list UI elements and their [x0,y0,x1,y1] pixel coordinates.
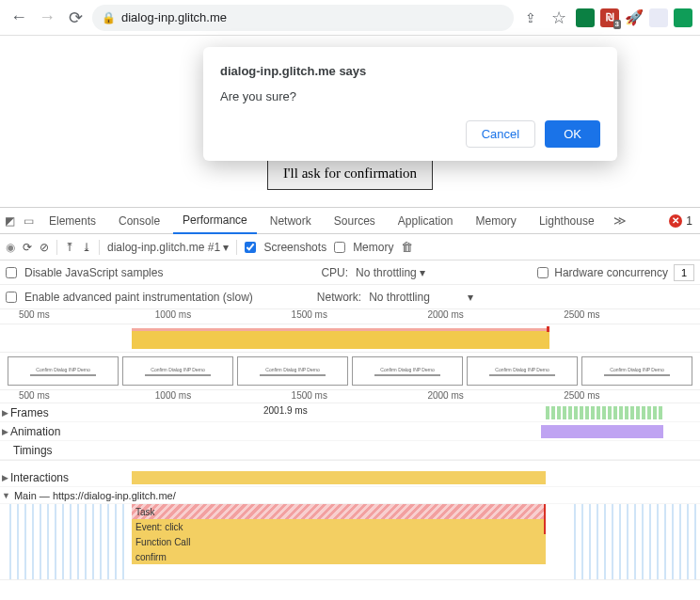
extension-icon-5[interactable] [674,8,692,27]
perf-toolbar: ◉ ⟳ ⊘ ⤒ ⤓ dialog-inp.glitch.me #1 ▾ Scre… [0,234,700,261]
upload-icon[interactable]: ⤒ [65,241,74,254]
error-icon: ✕ [669,214,682,228]
disable-js-checkbox[interactable] [6,267,17,278]
tab-network[interactable]: Network [261,208,321,234]
hw-concurrency-checkbox[interactable] [537,267,549,278]
dialog-actions: Cancel OK [220,120,600,148]
dialog-title: dialog-inp.glitch.me says [220,64,600,78]
network-throttle-select[interactable]: No throttling▾ [369,291,482,304]
paint-checkbox[interactable] [6,292,17,303]
address-bar[interactable]: 🔒 dialog-inp.glitch.me [92,5,514,31]
overview-timeline[interactable] [0,324,700,353]
track-ruler[interactable]: 500 ms 1000 ms 1500 ms 2000 ms 2500 ms [0,390,700,403]
flame-chart[interactable]: Task Event: click Function Call confirm [0,504,700,579]
back-button[interactable]: ← [8,7,30,29]
track-list-2: ▶Interactions ▼ Main — https://dialog-in… [0,468,700,580]
filmstrip[interactable]: Confirm Dialog INP Demo Confirm Dialog I… [0,353,700,390]
frame-duration: 2001.9 ms [263,405,308,416]
animation-track[interactable]: ▶Animation [0,422,700,441]
hw-concurrency-label: Hardware concurrency [554,266,668,279]
frames-track[interactable]: ▶Frames 2001.9 ms [0,403,700,422]
gc-icon[interactable]: 🗑 [401,240,413,254]
tab-sources[interactable]: Sources [325,208,385,234]
recording-select[interactable]: dialog-inp.glitch.me #1 ▾ [107,241,229,254]
page-viewport: I'll ask for confirmation dialog-inp.gli… [0,36,700,207]
clear-button[interactable]: ⊘ [40,241,49,254]
tab-lighthouse[interactable]: Lighthouse [530,208,604,234]
dialog-message: Are you sure? [220,89,600,103]
filmstrip-frame[interactable]: Confirm Dialog INP Demo [467,356,578,386]
tab-console[interactable]: Console [109,208,169,234]
ok-button[interactable]: OK [545,120,600,148]
chevron-right-icon: ▶ [2,427,8,436]
reload-record-button[interactable]: ⟳ [23,241,32,254]
cancel-button[interactable]: Cancel [466,120,535,148]
confirmation-button[interactable]: I'll ask for confirmation [267,157,433,190]
perf-settings-row-1: Disable JavaScript samples CPU: No throt… [0,261,700,285]
perf-settings-row-2: Enable advanced paint instrumentation (s… [0,285,700,309]
filmstrip-frame[interactable]: Confirm Dialog INP Demo [581,356,692,386]
error-count: 1 [686,214,692,228]
ublock-icon[interactable]: ₪3 [600,8,619,27]
cpu-throttle-select[interactable]: No throttling ▾ [356,266,425,279]
cpu-label: CPU: [321,266,348,279]
forward-button[interactable]: → [36,7,58,29]
disable-js-label: Disable JavaScript samples [24,266,163,279]
main-thread-label: Main — https://dialog-inp.glitch.me/ [14,490,176,501]
extension-icon-rocket[interactable]: 🚀 [625,8,644,27]
timings-track[interactable]: Timings [0,441,700,460]
filmstrip-frame[interactable]: Confirm Dialog INP Demo [8,356,119,386]
download-icon[interactable]: ⤓ [82,241,91,254]
chevron-right-icon: ▶ [2,473,8,482]
interactions-track[interactable]: ▶Interactions [0,468,700,487]
inspect-icon[interactable]: ◩ [2,214,17,228]
more-tabs-icon[interactable]: ≫ [608,213,632,228]
screenshots-label: Screenshots [263,241,326,254]
record-button[interactable]: ◉ [6,241,15,254]
network-label: Network: [317,291,361,304]
chevron-right-icon: ▶ [2,408,8,418]
track-list: ▶Frames 2001.9 ms ▶Animation Timings [0,403,700,461]
memory-checkbox[interactable] [334,242,345,253]
tab-performance[interactable]: Performance [173,208,257,234]
hw-concurrency-input[interactable] [674,264,694,281]
tab-application[interactable]: Application [389,208,463,234]
device-icon[interactable]: ▭ [21,214,36,228]
devtools-tabbar: ◩ ▭ Elements Console Performance Network… [0,208,700,234]
tab-elements[interactable]: Elements [40,208,105,234]
memory-label: Memory [353,241,393,254]
bookmark-icon[interactable]: ☆ [548,7,570,29]
reload-button[interactable]: ⟳ [64,7,87,29]
screenshots-checkbox[interactable] [245,242,256,253]
browser-toolbar: ← → ⟳ 🔒 dialog-inp.glitch.me ⇪ ☆ ₪3 🚀 [0,0,700,36]
filmstrip-frame[interactable]: Confirm Dialog INP Demo [122,356,233,386]
filmstrip-frame[interactable]: Confirm Dialog INP Demo [237,356,348,386]
extension-icon-1[interactable] [576,8,595,27]
share-icon[interactable]: ⇪ [519,7,542,29]
paint-label: Enable advanced paint instrumentation (s… [24,291,253,304]
tab-memory[interactable]: Memory [467,208,526,234]
js-confirm-dialog: dialog-inp.glitch.me says Are you sure? … [203,47,617,161]
overview-ruler[interactable]: 500 ms 1000 ms 1500 ms 2000 ms 2500 ms [0,309,700,324]
error-counter[interactable]: ✕ 1 [669,214,700,228]
url-text: dialog-inp.glitch.me [121,10,227,24]
devtools-panel: ◩ ▭ Elements Console Performance Network… [0,207,700,580]
filmstrip-frame[interactable]: Confirm Dialog INP Demo [352,356,463,386]
lock-icon: 🔒 [102,11,116,24]
chevron-down-icon: ▼ [2,491,10,500]
main-thread-header[interactable]: ▼ Main — https://dialog-inp.glitch.me/ [0,487,700,504]
extension-icon-4[interactable] [649,8,668,27]
